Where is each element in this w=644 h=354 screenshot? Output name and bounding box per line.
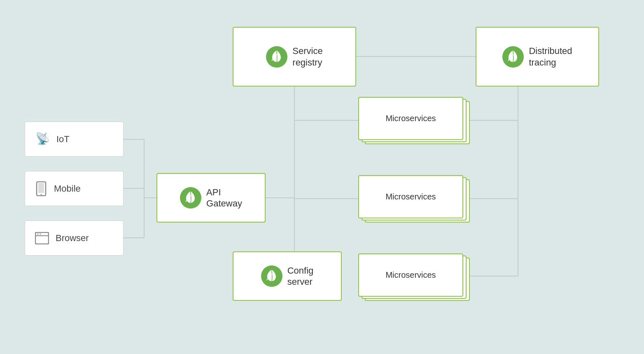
browser-icon: [35, 232, 49, 244]
microservices-stack-2: Microservices: [358, 175, 471, 227]
svg-point-27: [40, 233, 41, 235]
config-server-box: Config server: [233, 251, 342, 301]
config-server-label: Config server: [287, 265, 314, 288]
browser-box: Browser: [25, 220, 124, 256]
service-registry-box: Service registry: [233, 27, 356, 87]
microservices-stack-3: Microservices: [358, 253, 471, 305]
iot-icon: 📡: [35, 132, 50, 147]
svg-text:📡: 📡: [35, 132, 50, 145]
microservices-3-label: Microservices: [385, 270, 436, 280]
mobile-icon: [35, 181, 47, 196]
svg-point-26: [37, 233, 39, 235]
svg-point-23: [41, 194, 42, 195]
spring-leaf-icon-api-gateway: [180, 187, 201, 209]
svg-rect-22: [38, 183, 44, 193]
browser-label: Browser: [56, 233, 89, 244]
diagram-container: Service registry Distributed tracing API…: [0, 0, 644, 354]
service-registry-label: Service registry: [292, 45, 322, 68]
iot-label: IoT: [56, 134, 70, 145]
spring-leaf-icon-service-registry: [266, 46, 287, 68]
api-gateway-box: API Gateway: [156, 173, 266, 223]
api-gateway-label: API Gateway: [206, 187, 242, 209]
distributed-tracing-label: Distributed tracing: [529, 45, 572, 68]
spring-leaf-icon-distributed-tracing: [502, 46, 524, 68]
microservices-1-label: Microservices: [385, 114, 436, 123]
distributed-tracing-box: Distributed tracing: [476, 27, 599, 87]
iot-box: 📡 IoT: [25, 122, 124, 157]
microservices-2-label: Microservices: [385, 192, 436, 202]
mobile-box: Mobile: [25, 171, 124, 206]
mobile-label: Mobile: [54, 183, 81, 194]
spring-leaf-icon-config-server: [261, 265, 282, 287]
microservices-stack-1: Microservices: [358, 97, 471, 148]
